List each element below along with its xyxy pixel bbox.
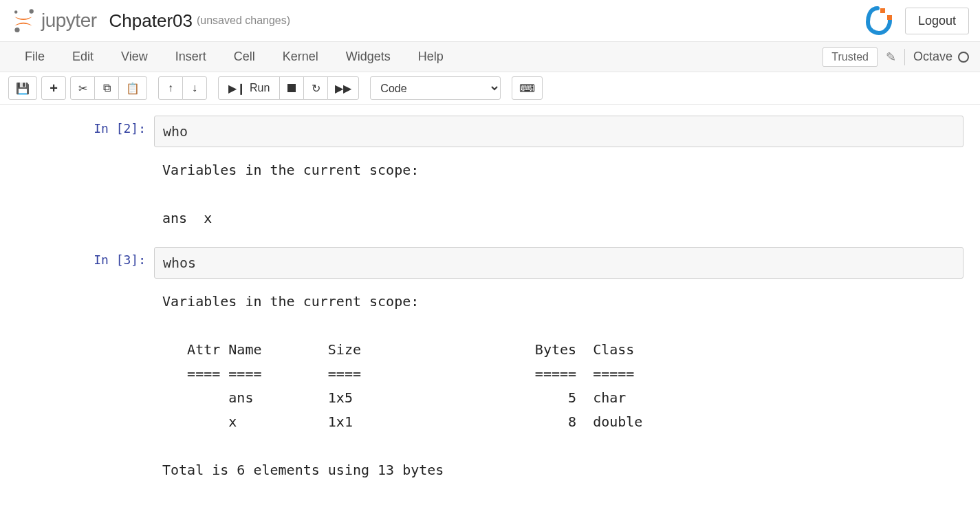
move-down-button[interactable]: ↓ [182,76,207,100]
svg-point-2 [14,28,19,32]
command-palette-button[interactable]: ⌨ [512,76,543,100]
menu-file[interactable]: File [11,43,58,71]
plus-icon: + [50,80,58,96]
code-cell[interactable]: In [3]: whos Variables in the current sc… [17,247,963,482]
paste-button[interactable]: 📋 [118,76,147,100]
notebook-name[interactable]: Chpater03 [109,10,193,32]
input-prompt: In [3]: [17,247,154,482]
arrow-up-icon: ↑ [168,82,173,94]
logout-button[interactable]: Logout [905,8,969,34]
cell-body: who Variables in the current scope: ans … [154,116,963,230]
run-group: ▶❙ Run ↻ ▶▶ [218,76,359,100]
menu-cell[interactable]: Cell [220,43,269,71]
jupyter-icon [11,8,36,33]
copy-button[interactable]: ⧉ [94,76,119,100]
paste-icon: 📋 [126,82,140,95]
kernel-name: Octave [913,50,952,64]
input-prompt: In [2]: [17,116,154,230]
trusted-badge[interactable]: Trusted [823,47,878,67]
restart-button[interactable]: ↻ [303,76,328,100]
notebook-area: In [2]: who Variables in the current sco… [0,105,980,526]
copy-icon: ⧉ [103,82,111,94]
interrupt-button[interactable] [279,76,304,100]
menu-insert[interactable]: Insert [162,43,220,71]
scissors-icon: ✂ [78,82,87,95]
run-button[interactable]: ▶❙ Run [218,76,280,100]
header-bar: jupyter Chpater03 (unsaved changes) Logo… [0,0,980,42]
kernel-indicator-icon [958,52,969,63]
code-input[interactable]: whos [154,247,963,279]
code-output: Variables in the current scope: Attr Nam… [154,279,963,482]
menu-view[interactable]: View [107,43,162,71]
svg-point-1 [30,9,34,13]
restart-run-all-button[interactable]: ▶▶ [327,76,359,100]
pencil-icon[interactable]: ✎ [886,50,896,65]
jupyter-logo[interactable]: jupyter [11,8,97,33]
menu-kernel[interactable]: Kernel [269,43,332,71]
menu-help[interactable]: Help [404,43,457,71]
celltype-select[interactable]: Code [370,76,501,100]
insert-cell-button[interactable]: + [41,76,66,100]
move-up-button[interactable]: ↑ [158,76,183,100]
restart-icon: ↻ [312,82,320,95]
cut-button[interactable]: ✂ [70,76,95,100]
stop-icon [287,84,296,92]
code-input[interactable]: who [154,116,963,147]
arrow-down-icon: ↓ [192,82,197,94]
save-status: (unsaved changes) [197,14,290,27]
fast-forward-icon: ▶▶ [335,82,351,95]
run-label: Run [250,82,270,94]
cell-body: whos Variables in the current scope: Att… [154,247,963,482]
clipboard-group: ✂ ⧉ 📋 [70,76,147,100]
code-output: Variables in the current scope: ans x [154,147,963,230]
brand-text: jupyter [41,10,97,32]
run-icon: ▶❙ [228,82,246,95]
divider [904,49,905,65]
save-icon: 💾 [16,82,30,95]
svg-rect-4 [887,15,892,20]
menu-edit[interactable]: Edit [58,43,107,71]
keyboard-icon: ⌨ [519,82,535,95]
toolbar: 💾 + ✂ ⧉ 📋 ↑ ↓ ▶❙ Run ↻ ▶▶ Code ⌨ [0,72,980,105]
code-cell[interactable]: In [2]: who Variables in the current sco… [17,116,963,230]
svg-rect-3 [880,8,885,13]
menu-widgets[interactable]: Widgets [332,43,404,71]
octave-kernel-icon [862,6,893,36]
save-button[interactable]: 💾 [8,76,37,100]
menubar: File Edit View Insert Cell Kernel Widget… [0,42,980,72]
svg-point-0 [14,10,18,14]
move-group: ↑ ↓ [158,76,207,100]
